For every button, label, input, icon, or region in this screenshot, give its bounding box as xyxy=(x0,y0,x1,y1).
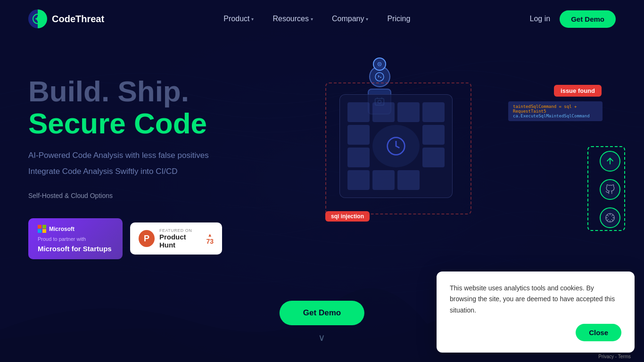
logo-icon xyxy=(28,9,47,28)
ph-vote-count: ▲ 73 xyxy=(206,232,214,245)
cookie-banner: This website uses analytics tools and co… xyxy=(437,272,635,353)
chevron-down-icon: ▾ xyxy=(251,16,254,22)
microsoft-badge[interactable]: Microsoft Proud to partner with Microsof… xyxy=(28,218,123,259)
hero-title-line2: Secure Code xyxy=(28,107,311,140)
producthunt-badge[interactable]: P FEATURED ON Product Hunt ▲ 73 xyxy=(130,222,222,255)
chevron-down-icon: ▾ xyxy=(311,16,313,22)
hero-hosted-text: Self-Hosted & Cloud Options xyxy=(28,192,311,199)
svg-point-2 xyxy=(36,17,39,20)
get-demo-nav-button[interactable]: Get Demo xyxy=(560,10,616,28)
svg-point-5 xyxy=(375,73,384,81)
nav-actions: Log in Get Demo xyxy=(530,10,616,28)
svg-point-4 xyxy=(379,64,380,65)
scroll-down-icon: ∨ xyxy=(318,332,325,343)
ph-text: FEATURED ON Product Hunt xyxy=(159,228,202,249)
nav-pricing[interactable]: Pricing xyxy=(387,15,410,23)
nav-logo[interactable]: CodeThreat xyxy=(28,9,104,28)
login-button[interactable]: Log in xyxy=(530,15,551,23)
issue-found-badge: issue found xyxy=(554,85,602,97)
ph-icon: P xyxy=(139,230,155,247)
hero-content: Build. Ship. Secure Code AI-Powered Code… xyxy=(28,66,311,259)
hero-cta-section: Get Demo ∨ xyxy=(280,301,364,343)
side-icons-border xyxy=(587,146,625,231)
nav-links: Product ▾ Resources ▾ Company ▾ Pricing xyxy=(223,15,410,23)
nav-product[interactable]: Product ▾ xyxy=(223,15,254,23)
robot-pin xyxy=(373,58,386,71)
hero-title-line1: Build. Ship. xyxy=(28,75,311,107)
code-snippet: taintedSqlCommand = sql + RequestTaint5 … xyxy=(508,101,603,121)
navbar: CodeThreat Product ▾ Resources ▾ Company… xyxy=(0,0,644,38)
ms-logo xyxy=(38,225,46,233)
partner-badges: Microsoft Proud to partner with Microsof… xyxy=(28,218,311,259)
get-demo-bottom-button[interactable]: Get Demo xyxy=(280,301,364,325)
chevron-down-icon: ▾ xyxy=(366,16,368,22)
ms-badge-proud: Proud to partner with xyxy=(38,236,113,242)
cookie-text: This website uses analytics tools and co… xyxy=(450,283,621,316)
cookie-close-button[interactable]: Close xyxy=(576,324,621,341)
hero-subtitle-1: AI-Powered Code Analysis with less false… xyxy=(28,149,311,162)
hero-subtitle-2: Integrate Code Analysis Swiftly into CI/… xyxy=(28,165,311,178)
brand-name: CodeThreat xyxy=(52,14,104,25)
grid-border xyxy=(325,82,471,214)
ms-badge-top: Microsoft xyxy=(38,225,113,233)
nav-company[interactable]: Company ▾ xyxy=(332,15,368,23)
privacy-terms: Privacy - Terms xyxy=(598,354,631,359)
nav-resources[interactable]: Resources ▾ xyxy=(272,15,313,23)
ms-badge-name: Microsoft for Startups xyxy=(38,245,113,253)
hero-visual: issue found taintedSqlCommand = sql + Re… xyxy=(311,57,616,302)
